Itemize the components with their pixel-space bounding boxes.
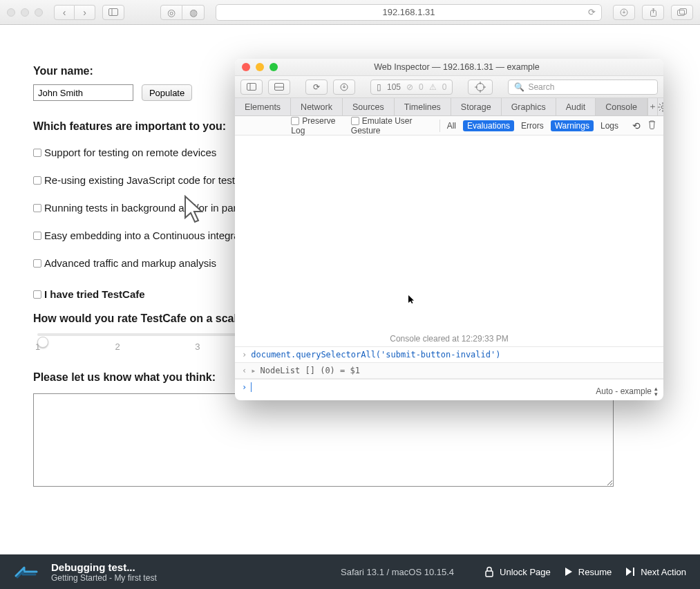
resource-counters[interactable]: ▯105 ⊘0 ⚠0 — [370, 80, 453, 95]
download-button[interactable] — [333, 80, 355, 95]
trash-icon — [647, 120, 656, 129]
dock-side-icon — [247, 83, 256, 91]
address-bar[interactable]: 192.168.1.31 ⟳ — [216, 4, 602, 21]
separator — [439, 120, 440, 132]
back-button[interactable]: ‹ — [54, 5, 75, 20]
svg-point-16 — [661, 106, 663, 109]
svg-point-11 — [477, 83, 484, 91]
share-button[interactable] — [642, 5, 664, 20]
svg-rect-4 — [678, 10, 685, 16]
search-icon: 🔍 — [514, 82, 524, 92]
gear-icon — [658, 102, 663, 112]
console-expression: document.querySelectorAll('submit-button… — [251, 350, 500, 359]
element-picker-button[interactable] — [468, 80, 493, 95]
svg-rect-5 — [680, 9, 687, 15]
console-input-row: › document.querySelectorAll('submit-butt… — [235, 346, 663, 362]
clear-console-button[interactable] — [647, 120, 656, 131]
dock-side-button[interactable] — [240, 80, 263, 95]
checkbox-icon[interactable] — [33, 176, 41, 185]
console-result: NodeList [] (0) = $1 — [260, 366, 360, 375]
tab-elements[interactable]: Elements — [235, 98, 291, 115]
sidebar-toggle-button[interactable] — [102, 5, 124, 20]
checkbox-icon[interactable] — [33, 232, 41, 240]
checkbox-icon[interactable] — [33, 259, 41, 268]
nav-back-forward: ‹ › — [54, 5, 95, 20]
tab-sources[interactable]: Sources — [343, 98, 395, 115]
dock-bottom-button[interactable] — [268, 80, 290, 95]
privacy-buttons: ◎ ◍ — [160, 5, 205, 20]
forward-button[interactable]: › — [75, 5, 95, 20]
tab-timelines[interactable]: Timelines — [395, 98, 451, 115]
tab-audit[interactable]: Audit — [556, 98, 596, 115]
tab-console[interactable]: Console — [596, 98, 647, 115]
checkbox-icon[interactable] — [33, 149, 41, 157]
web-inspector-window: Web Inspector — 192.168.1.31 — example ⟳… — [235, 59, 663, 400]
inspector-search-input[interactable]: 🔍 Search — [508, 80, 658, 95]
chevron-up-down-icon: ▴▾ — [654, 386, 658, 397]
gc-button[interactable]: ⟲ — [632, 120, 641, 131]
inspector-minimize-icon[interactable] — [256, 63, 264, 71]
inspector-settings-button[interactable] — [657, 98, 663, 115]
console-output[interactable]: Console cleared at 12:29:33 PM — [235, 135, 663, 346]
console-output-row: ‹ ▸ NodeList [] (0) = $1 — [235, 362, 663, 378]
checkbox-icon[interactable] — [33, 204, 41, 212]
slider-thumb[interactable] — [37, 337, 48, 348]
caret-right-icon: › — [242, 350, 247, 359]
inspector-toolbar: ⟳ ▯105 ⊘0 ⚠0 🔍 Search — [235, 76, 663, 98]
window-zoom-icon[interactable] — [35, 8, 43, 17]
prompt-caret-icon: › — [242, 382, 247, 392]
console-filter-bar: Preserve Log Emulate User Gesture All Ev… — [235, 116, 663, 135]
window-traffic-lights — [7, 8, 43, 17]
filter-warnings[interactable]: Warnings — [551, 120, 594, 131]
new-tab-button[interactable]: ＋ — [647, 98, 657, 115]
tab-storage[interactable]: Storage — [451, 98, 502, 115]
filter-logs[interactable]: Logs — [600, 121, 618, 131]
svg-rect-6 — [247, 84, 256, 91]
checkbox-icon[interactable] — [33, 290, 41, 299]
filter-all[interactable]: All — [447, 121, 456, 131]
filter-evaluations[interactable]: Evaluations — [463, 120, 514, 131]
reload-icon[interactable]: ⟳ — [588, 7, 596, 17]
emulate-gesture-toggle[interactable]: Emulate User Gesture — [351, 116, 433, 135]
preserve-log-toggle[interactable]: Preserve Log — [291, 116, 344, 135]
cursor-icon — [408, 294, 415, 304]
tab-graphics[interactable]: Graphics — [502, 98, 556, 115]
inspector-tab-bar: Elements Network Sources Timelines Stora… — [235, 98, 663, 116]
dock-bottom-icon — [274, 83, 284, 91]
tab-network[interactable]: Network — [291, 98, 343, 115]
reload-button[interactable]: ⟳ — [305, 80, 328, 95]
inspector-close-icon[interactable] — [242, 63, 250, 71]
inspector-title: Web Inspector — 192.168.1.31 — example — [285, 62, 663, 72]
svg-line-21 — [659, 104, 661, 105]
privacy-report-button[interactable]: ◎ — [160, 5, 182, 20]
inspector-zoom-icon[interactable] — [269, 63, 278, 71]
checkbox-icon[interactable] — [351, 117, 359, 125]
filter-errors[interactable]: Errors — [521, 121, 544, 131]
svg-rect-0 — [109, 9, 118, 16]
inspector-titlebar[interactable]: Web Inspector — 192.168.1.31 — example — [235, 59, 663, 76]
window-close-icon[interactable] — [7, 8, 15, 17]
tracker-button[interactable]: ◍ — [182, 5, 205, 20]
download-icon — [340, 83, 348, 91]
name-input[interactable] — [33, 84, 133, 101]
execution-context-selector[interactable]: Auto - example ▴▾ — [596, 386, 658, 397]
sidebar-icon — [108, 8, 118, 16]
share-icon — [650, 8, 657, 17]
comment-textarea[interactable] — [33, 393, 614, 487]
caret-left-icon: ‹ — [242, 366, 247, 375]
downloads-button[interactable] — [613, 5, 635, 20]
tabs-icon — [677, 8, 687, 16]
disclosure-triangle-icon[interactable]: ▸ — [251, 366, 256, 375]
document-icon: ▯ — [377, 82, 381, 92]
console-cleared-message: Console cleared at 12:29:33 PM — [235, 334, 663, 344]
checkbox-icon[interactable] — [291, 117, 299, 125]
address-text: 192.168.1.31 — [383, 7, 435, 17]
download-icon — [620, 8, 628, 17]
text-cursor — [251, 382, 252, 392]
inspector-traffic-lights — [242, 63, 278, 71]
tabs-button[interactable] — [671, 5, 693, 20]
populate-button[interactable]: Populate — [142, 84, 192, 101]
window-minimize-icon[interactable] — [21, 8, 29, 17]
svg-line-24 — [659, 109, 661, 111]
safari-toolbar: ‹ › ◎ ◍ 192.168.1.31 ⟳ — [0, 0, 700, 25]
